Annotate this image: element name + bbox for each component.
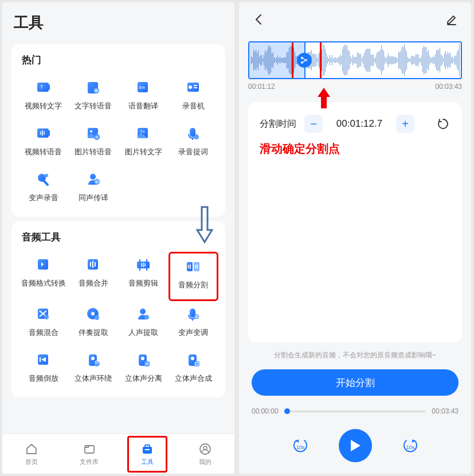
tool-item-audio-split[interactable]: 音频分割 bbox=[169, 252, 218, 301]
audio-mix-icon bbox=[33, 306, 54, 323]
tool-label: 音频倒放 bbox=[29, 373, 58, 384]
section-title: 热门 bbox=[18, 53, 218, 67]
tool-item-video-audio[interactable]: 视频转语音 bbox=[18, 120, 68, 166]
nav-files[interactable]: 文件库 bbox=[60, 434, 118, 474]
progress-thumb[interactable] bbox=[284, 408, 290, 414]
nav-tools[interactable]: 工具 bbox=[119, 434, 177, 474]
slide-hint-annotation: 滑动确定分割点 bbox=[260, 141, 451, 157]
tool-item-image-audio[interactable]: 图片转语音 bbox=[68, 120, 118, 166]
split-time-row: 分割时间 − 00:01:12.7 + bbox=[260, 115, 451, 133]
page-title: 工具 bbox=[14, 13, 223, 33]
tool-item-interpret[interactable]: 同声传译 bbox=[68, 166, 118, 212]
tool-item-text-audio[interactable]: 文字转语音 bbox=[68, 75, 118, 120]
audio-cut-icon bbox=[133, 256, 154, 274]
tool-item-teleprompter[interactable]: 录音提词 bbox=[169, 120, 218, 166]
tool-label: 音频剪辑 bbox=[128, 278, 158, 288]
play-button[interactable] bbox=[339, 429, 372, 462]
svg-rect-9 bbox=[194, 87, 197, 88]
text-audio-icon bbox=[83, 79, 104, 96]
svg-point-54 bbox=[301, 61, 303, 64]
tool-item-stereo-split[interactable]: 立体声分离 bbox=[119, 347, 169, 393]
svg-rect-26 bbox=[194, 262, 199, 271]
svg-rect-16 bbox=[190, 128, 195, 137]
audio-split-icon bbox=[183, 258, 203, 275]
nav-label: 首页 bbox=[25, 458, 38, 466]
section-card: 热门T视频转文字文字转语音En语音翻译录音机视频转语音图片转语音T≡图片转文字录… bbox=[11, 44, 225, 217]
tool-item-video-text[interactable]: T视频转文字 bbox=[18, 75, 68, 120]
tool-item-accompaniment[interactable]: 伴奏提取 bbox=[68, 301, 118, 347]
back-button[interactable] bbox=[250, 11, 267, 28]
tool-item-recorder[interactable]: 录音机 bbox=[169, 75, 218, 120]
seek-forward-button[interactable]: 10s bbox=[401, 438, 420, 453]
accompaniment-icon bbox=[83, 306, 104, 323]
increase-button[interactable]: + bbox=[396, 115, 414, 133]
time-labels: 00:01:12 00:03:43 bbox=[248, 83, 462, 91]
tool-grid: 音频格式转换音频合并音频剪辑音频分割音频混合伴奏提取人声提取变声变调音频倒放立体… bbox=[18, 252, 218, 393]
nav-label: 工具 bbox=[141, 458, 154, 466]
tools-screen: 工具 热门T视频转文字文字转语音En语音翻译录音机视频转语音图片转语音T≡图片转… bbox=[2, 2, 234, 474]
vocal-extract-icon bbox=[133, 306, 154, 323]
svg-text:10s: 10s bbox=[296, 444, 304, 450]
tool-label: 人声提取 bbox=[128, 327, 158, 338]
tool-item-format-convert[interactable]: 音频格式转换 bbox=[18, 252, 68, 301]
video-text-icon: T bbox=[33, 79, 54, 96]
tool-item-voice-change[interactable]: 变声录音 bbox=[18, 166, 68, 212]
progress-total: 00:03:43 bbox=[432, 407, 459, 415]
tool-item-reverse[interactable]: 音频倒放 bbox=[18, 347, 68, 393]
progress-current: 00:00:00 bbox=[252, 407, 279, 415]
svg-point-53 bbox=[301, 57, 303, 59]
annotation-arrow-up bbox=[316, 87, 331, 112]
tool-label: 视频转文字 bbox=[25, 101, 62, 111]
tool-item-pitch-shift[interactable]: 变声变调 bbox=[169, 301, 218, 347]
nav-profile[interactable]: 我的 bbox=[177, 434, 234, 474]
svg-point-31 bbox=[95, 315, 99, 320]
tool-label: 变声录音 bbox=[29, 193, 58, 203]
nav-home[interactable]: 首页 bbox=[2, 434, 60, 474]
svg-text:T≡: T≡ bbox=[140, 130, 144, 134]
edit-button[interactable] bbox=[444, 11, 460, 28]
svg-rect-45 bbox=[194, 361, 199, 366]
svg-text:T: T bbox=[40, 84, 44, 90]
svg-point-33 bbox=[144, 315, 149, 319]
bottom-nav: 首页文件库工具我的 bbox=[2, 434, 234, 474]
svg-point-44 bbox=[191, 357, 194, 360]
tools-icon bbox=[140, 442, 154, 456]
start-split-button[interactable]: 开始分割 bbox=[252, 369, 459, 396]
tool-item-image-text[interactable]: T≡图片转文字 bbox=[119, 120, 169, 166]
tool-item-audio-merge[interactable]: 音频合并 bbox=[68, 252, 118, 301]
control-card: 分割时间 − 00:01:12.7 + 滑动确定分割点 bbox=[248, 102, 462, 342]
surround-icon bbox=[83, 352, 104, 369]
tool-item-audio-cut[interactable]: 音频剪辑 bbox=[119, 252, 169, 301]
split-handle[interactable] bbox=[297, 53, 312, 68]
svg-point-39 bbox=[94, 361, 100, 366]
tool-label: 音频合并 bbox=[79, 278, 108, 288]
tool-label: 图片转文字 bbox=[125, 147, 162, 157]
tool-item-speech-translate[interactable]: En语音翻译 bbox=[119, 75, 169, 120]
tool-label: 录音机 bbox=[182, 101, 205, 111]
note-text: 分割会生成新的音频，不会对您的原音频造成影响哦~ bbox=[250, 350, 460, 360]
end-time: 00:03:43 bbox=[435, 83, 462, 91]
svg-text:10s: 10s bbox=[406, 444, 414, 450]
svg-point-7 bbox=[189, 85, 192, 89]
svg-point-19 bbox=[45, 174, 48, 177]
tool-item-audio-mix[interactable]: 音频混合 bbox=[18, 301, 68, 347]
progress-track[interactable] bbox=[284, 411, 426, 412]
progress-row: 00:00:00 00:03:43 bbox=[252, 407, 459, 415]
reset-button[interactable] bbox=[436, 116, 451, 131]
tool-label: 立体声分离 bbox=[125, 373, 162, 384]
decrease-button[interactable]: − bbox=[304, 115, 323, 133]
split-time-value: 00:01:12.7 bbox=[331, 118, 388, 130]
svg-point-20 bbox=[90, 174, 96, 180]
svg-rect-42 bbox=[144, 361, 150, 366]
nav-label: 我的 bbox=[199, 458, 211, 466]
audio-merge-icon bbox=[83, 256, 104, 274]
waveform[interactable] bbox=[248, 41, 462, 79]
tool-item-stereo-merge[interactable]: 立体声合成 bbox=[169, 347, 218, 393]
tool-item-surround[interactable]: 立体声环绕 bbox=[68, 347, 118, 393]
stereo-merge-icon bbox=[183, 352, 203, 369]
tool-item-vocal-extract[interactable]: 人声提取 bbox=[119, 301, 169, 347]
voice-change-icon bbox=[33, 171, 54, 188]
svg-point-32 bbox=[140, 309, 146, 314]
seek-back-button[interactable]: 10s bbox=[291, 438, 310, 453]
tool-label: 图片转语音 bbox=[75, 147, 112, 157]
